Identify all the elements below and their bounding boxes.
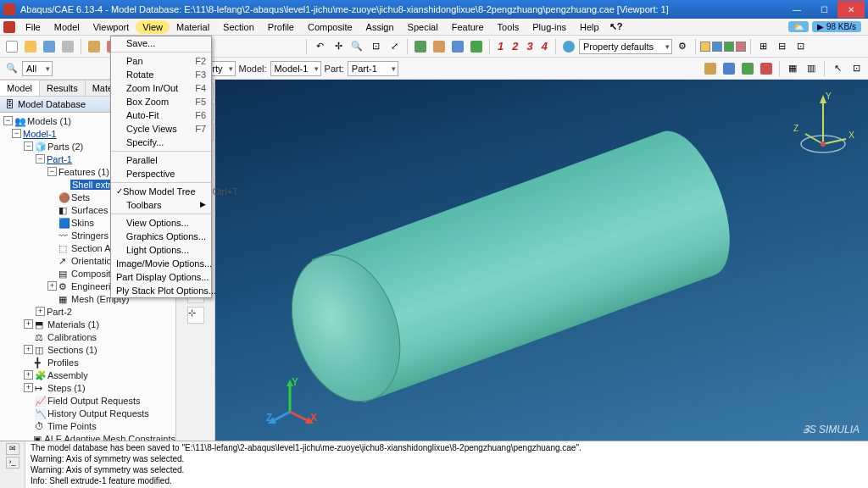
tree-history-output[interactable]: History Output Requests [47,408,149,419]
menu-light-options[interactable]: Light Options... [111,243,211,257]
menu-pan[interactable]: PanF2 [111,54,211,68]
view-num-4[interactable]: 4 [538,40,551,53]
color-swatch-1[interactable] [700,42,710,52]
menu-special[interactable]: Special [401,20,445,34]
cube-icon-2[interactable] [431,38,448,55]
tree-parts[interactable]: Parts (2) [47,141,83,152]
nav-icon-4[interactable]: ⊡ [367,38,384,55]
nav-icon-5[interactable]: ⤢ [386,38,403,55]
menu-graphics-options[interactable]: Graphics Options... [111,230,211,243]
tree-models[interactable]: Models (1) [27,116,71,126]
disp-icon-1[interactable] [702,60,719,77]
tree-assembly[interactable]: Assembly [47,370,88,380]
view-compass[interactable]: Y X Z [793,92,853,159]
menu-save-view[interactable]: Save... [111,36,211,50]
tree-profiles[interactable]: Profiles [47,358,79,368]
menu-rotate[interactable]: RotateF3 [111,68,211,81]
gear-icon[interactable]: ⚙ [674,38,691,55]
tree-time-points[interactable]: Time Points [47,421,97,431]
menu-part-display-options[interactable]: Part Display Options... [111,270,211,284]
property-defaults-combo[interactable]: Property defaults [579,39,672,54]
expand-steps[interactable]: + [24,383,33,392]
expand-parts[interactable]: − [24,141,33,151]
menu-profile[interactable]: Profile [261,20,301,34]
tree-part-2[interactable]: Part-2 [47,307,72,317]
tool-misc-icon[interactable]: ⊹ [187,307,204,324]
disp-icon-3[interactable] [739,60,756,77]
annot-icon-1[interactable]: ⊞ [755,38,772,55]
tree-part-1[interactable]: Part-1 [47,154,72,164]
disp-icon-2[interactable] [721,60,737,77]
tree-steps[interactable]: Steps (1) [47,383,86,393]
tree-skins[interactable]: Skins [71,218,94,228]
menu-perspective[interactable]: Perspective [111,167,211,180]
color-swatch-2[interactable] [712,42,722,52]
menu-composite[interactable]: Composite [301,20,359,34]
context-help-icon[interactable]: ↖? [609,21,623,32]
nav-icon-2[interactable]: ✢ [330,38,347,55]
tree-stringers[interactable]: Stringers [71,230,108,241]
viewport-3d[interactable]: Y X Z Y X Z 3̶S SIMULIA [215,80,868,441]
console-tab-2[interactable]: ›_ [6,457,19,469]
cube-icon-1[interactable] [412,38,429,55]
part-combo[interactable]: Part-1 [348,61,398,76]
menu-ply-stack-plot-options[interactable]: Ply Stack Plot Options... [111,284,211,297]
menu-image-movie-options[interactable]: Image/Movie Options... [111,257,211,270]
menu-tools[interactable]: Tools [491,20,526,34]
expand-materials[interactable]: + [24,319,33,329]
menu-help[interactable]: Help [573,20,606,34]
tree-sets[interactable]: Sets [71,192,90,202]
menu-section[interactable]: Section [216,20,261,34]
mesh-icon-1[interactable]: ▦ [784,60,801,77]
tab-results[interactable]: Results [40,80,86,96]
menu-cycle-views[interactable]: Cycle ViewsF7 [111,122,211,136]
tree-calibrations[interactable]: Calibrations [47,332,97,342]
annot-icon-2[interactable]: ⊟ [774,38,791,55]
model-combo[interactable]: Model-1 [270,61,321,76]
tree-composite[interactable]: Composite [71,269,116,279]
all-filter-combo[interactable]: All [22,61,53,76]
menu-view-options[interactable]: View Options... [111,216,211,230]
console-text[interactable]: The model database has been saved to "E:… [25,441,868,488]
tree-sections[interactable]: Sections (1) [47,345,97,355]
expand-sections[interactable]: + [24,345,33,354]
tree-features[interactable]: Features (1) [58,167,109,177]
filter-icon[interactable]: 🔍 [3,60,20,77]
expand-model-1[interactable]: − [12,129,21,138]
expand-assembly[interactable]: + [24,370,33,380]
cube-icon-4[interactable] [468,38,485,55]
cube-icon-3[interactable] [449,38,466,55]
save-icon[interactable] [41,38,58,55]
annot-icon-3[interactable]: ⊡ [793,38,810,55]
tree-field-output[interactable]: Field Output Requests [47,396,140,406]
menu-zoom-in-out[interactable]: Zoom In/OutF4 [111,81,211,95]
nav-icon-1[interactable]: ↶ [311,38,328,55]
expand-part-2[interactable]: + [36,307,45,316]
menu-parallel[interactable]: Parallel [111,153,211,167]
print-icon[interactable] [59,38,76,55]
new-icon[interactable] [3,38,20,55]
menu-box-zoom[interactable]: Box ZoomF5 [111,95,211,108]
part-icon[interactable] [86,38,103,55]
disp-icon-4[interactable] [758,60,775,77]
open-icon[interactable] [22,38,39,55]
sphere-icon[interactable] [560,38,577,55]
color-swatch-3[interactable] [724,42,734,52]
menu-show-model-tree[interactable]: ✓Show Model TreeCtrl+T [111,185,211,198]
tree-materials[interactable]: Materials (1) [47,319,99,330]
menu-file[interactable]: File [19,20,47,34]
menu-toolbars[interactable]: Toolbars▶ [111,198,211,212]
close-button[interactable]: ✕ [837,1,865,18]
menu-material[interactable]: Material [170,20,216,34]
tree-model-1[interactable]: Model-1 [23,129,57,139]
view-num-1[interactable]: 1 [494,40,507,53]
expand-features[interactable]: − [47,167,57,176]
select-rect-icon[interactable]: ⊡ [848,60,865,77]
color-swatch-4[interactable] [736,42,746,52]
select-icon[interactable]: ↖ [829,60,846,77]
tree-ale[interactable]: ALE Adaptive Mesh Constraints [44,434,175,441]
menu-assign[interactable]: Assign [359,20,401,34]
expand-models[interactable]: − [3,116,13,125]
menu-feature[interactable]: Feature [445,20,491,34]
menu-view[interactable]: View [136,20,170,34]
